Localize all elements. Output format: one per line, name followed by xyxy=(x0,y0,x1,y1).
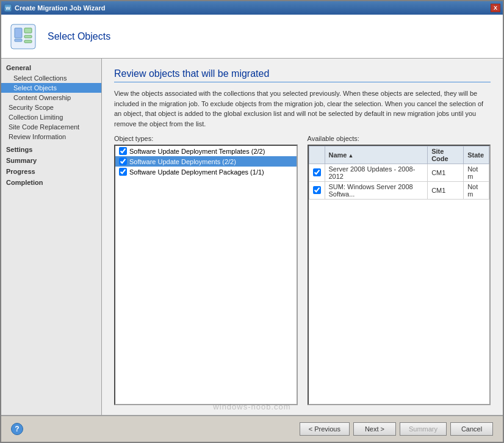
content-area: General Select Collections Select Object… xyxy=(1,59,503,415)
cell-site_code: CM1 xyxy=(428,182,464,200)
sidebar-item-select-objects[interactable]: Select Objects xyxy=(1,83,101,93)
sidebar-section-completion: Completion xyxy=(1,177,101,188)
close-button[interactable]: X xyxy=(491,4,500,12)
svg-rect-4 xyxy=(15,39,22,41)
header-wizard-icon xyxy=(9,22,38,51)
col-header-name[interactable]: Name▲ xyxy=(325,146,428,164)
object-type-checkbox[interactable] xyxy=(119,147,127,155)
object-type-checkbox[interactable] xyxy=(119,157,127,165)
sidebar-item-review-information[interactable]: Review Information xyxy=(1,132,101,142)
available-objects-container[interactable]: Name▲Site CodeState Server 2008 Updates … xyxy=(308,145,491,405)
object-type-item[interactable]: Software Update Deployments (2/2) xyxy=(115,156,297,167)
sidebar: General Select Collections Select Object… xyxy=(1,59,102,415)
cell-state: Not m xyxy=(464,164,489,182)
sidebar-section-general: General xyxy=(1,62,101,73)
available-object-checkbox[interactable] xyxy=(313,186,321,194)
previous-button[interactable]: < Previous xyxy=(300,422,350,436)
summary-button[interactable]: Summary xyxy=(400,422,447,436)
header-area: Select Objects xyxy=(1,15,503,59)
object-type-label: Software Update Deployments (2/2) xyxy=(129,158,236,165)
cell-name: SUM: Windows Server 2008 Softwa... xyxy=(325,182,428,200)
description-text: View the objects associated with the col… xyxy=(114,88,491,129)
sidebar-item-site-code-replacement[interactable]: Site Code Replacement xyxy=(1,122,101,132)
svg-rect-5 xyxy=(24,28,32,33)
col-header-state[interactable]: State xyxy=(464,146,489,164)
title-bar-text: Create Migration Job Wizard xyxy=(15,4,105,12)
main-panel: Review objects that will be migrated Vie… xyxy=(102,59,503,415)
available-objects-table: Name▲Site CodeState Server 2008 Updates … xyxy=(309,146,490,200)
cell-site_code: CM1 xyxy=(428,164,464,182)
sidebar-item-select-collections[interactable]: Select Collections xyxy=(1,73,101,83)
available-objects-label: Available objects: xyxy=(308,135,491,142)
svg-text:W: W xyxy=(5,5,10,11)
sidebar-item-content-ownership[interactable]: Content Ownership xyxy=(1,93,101,103)
sidebar-section-progress: Progress xyxy=(1,166,101,177)
objects-layout: Object types: Software Update Deployment… xyxy=(114,135,491,405)
object-types-listbox[interactable]: Software Update Deployment Templates (2/… xyxy=(114,145,298,405)
cell-state: Not m xyxy=(464,182,489,200)
available-object-row[interactable]: Server 2008 Updates - 2008-2012CM1Not m xyxy=(309,164,489,182)
sidebar-item-collection-limiting[interactable]: Collection Limiting xyxy=(1,112,101,122)
cell-name: Server 2008 Updates - 2008-2012 xyxy=(325,164,428,182)
svg-rect-6 xyxy=(24,35,32,38)
header-title: Select Objects xyxy=(48,31,110,42)
svg-rect-3 xyxy=(15,28,22,38)
object-types-section: Object types: Software Update Deployment… xyxy=(114,135,298,405)
app-icon: W xyxy=(4,4,12,12)
next-button[interactable]: Next > xyxy=(353,422,396,436)
available-objects-section: Available objects: Name▲Site CodeState S… xyxy=(308,135,491,405)
object-type-checkbox[interactable] xyxy=(119,168,127,176)
cancel-button[interactable]: Cancel xyxy=(450,422,493,436)
object-type-item[interactable]: Software Update Deployment Packages (1/1… xyxy=(115,167,297,177)
available-object-row[interactable]: SUM: Windows Server 2008 Softwa...CM1Not… xyxy=(309,182,489,200)
footer: ? < Previous Next > Summary Cancel xyxy=(1,415,503,442)
title-bar: W Create Migration Job Wizard X xyxy=(1,1,503,15)
help-button[interactable]: ? xyxy=(11,423,23,435)
sidebar-section-settings: Settings xyxy=(1,144,101,155)
sidebar-section-summary: Summary xyxy=(1,155,101,166)
object-type-label: Software Update Deployment Templates (2/… xyxy=(129,148,265,155)
object-type-label: Software Update Deployment Packages (1/1… xyxy=(129,168,264,176)
svg-rect-7 xyxy=(24,40,32,43)
available-object-checkbox[interactable] xyxy=(313,168,321,176)
object-types-label: Object types: xyxy=(114,135,298,142)
col-header-site_code[interactable]: Site Code xyxy=(428,146,464,164)
sidebar-item-security-scope[interactable]: Security Scope xyxy=(1,103,101,112)
object-type-item[interactable]: Software Update Deployment Templates (2/… xyxy=(115,146,297,156)
main-title: Review objects that will be migrated xyxy=(114,68,491,82)
